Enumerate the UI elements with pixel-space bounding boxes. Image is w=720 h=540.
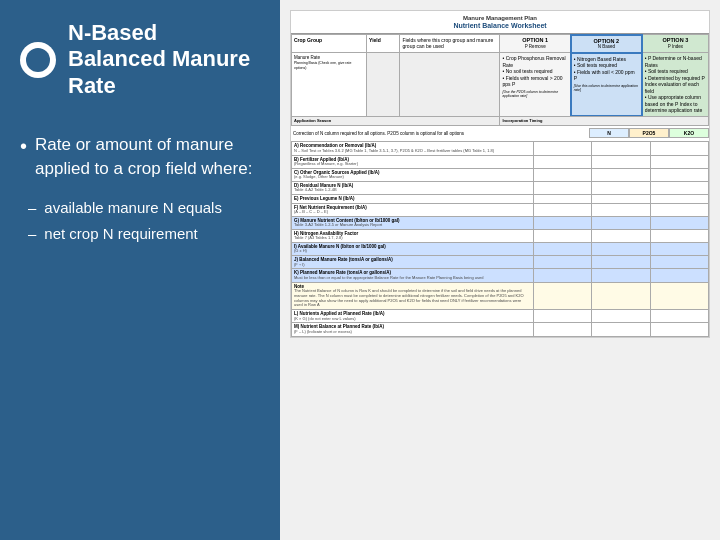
row-label: J) Balanced Manure Rate (tons/A or gallo… xyxy=(292,256,534,269)
n-value xyxy=(533,243,591,256)
option1-bullets: • Crop Phosphorus Removal Rate • No soil… xyxy=(500,53,571,117)
worksheet-top-title: Manure Management Plan xyxy=(293,15,707,22)
k2o-value xyxy=(650,181,708,194)
p2o5-value xyxy=(592,195,650,203)
p2o5-value xyxy=(592,256,650,269)
option1-header: OPTION 1 P Remove xyxy=(500,35,571,53)
opt3-b3: • Determined by required P Index evaluat… xyxy=(645,75,706,95)
k2o-value xyxy=(650,243,708,256)
sub-bullet-1: available manure N equals xyxy=(28,195,260,222)
opt2-note: [Use this column to determine applicatio… xyxy=(574,84,639,93)
n-value xyxy=(533,282,591,310)
p2o5-value xyxy=(592,282,650,310)
option2-label: OPTION 2 xyxy=(574,38,639,45)
k2o-value xyxy=(650,256,708,269)
p2o5-value xyxy=(592,243,650,256)
k2o-col-header: K2O xyxy=(669,128,709,138)
k2o-value xyxy=(650,269,708,282)
panel-header: N-Based Balanced Manure Rate xyxy=(0,0,280,109)
p2o5-value xyxy=(592,155,650,168)
table-row: F) Net Nutrient Requirement (lb/A)(A – B… xyxy=(292,203,709,216)
k2o-value xyxy=(650,216,708,229)
p2o5-value xyxy=(592,229,650,242)
row-label: C) Other Organic Sources Applied (lb/A)(… xyxy=(292,168,534,181)
blank-cell-2 xyxy=(400,53,500,117)
table-row: L) Nutrients Applied at Planned Rate (lb… xyxy=(292,310,709,323)
option1-sub: P Remove xyxy=(502,44,567,49)
left-panel: N-Based Balanced Manure Rate • Rate or a… xyxy=(0,0,280,540)
k2o-value xyxy=(650,323,708,336)
bullet-dot: • xyxy=(20,133,27,181)
table-row: G) Manure Nutrient Content (lb/ton or lb… xyxy=(292,216,709,229)
row-label: E) Previous Legume N (lb/A) xyxy=(292,195,534,203)
incorporation-label: Incorporation Timing xyxy=(500,116,709,126)
bullet-main: • Rate or amount of manure applied to a … xyxy=(20,133,260,181)
n-value xyxy=(533,256,591,269)
correction-row: Correction of N column required for all … xyxy=(291,128,709,138)
n-value xyxy=(533,323,591,336)
p2o5-col-header: P2O5 xyxy=(629,128,669,138)
fields-header: Fields where this crop group and manure … xyxy=(400,35,500,53)
table-row: E) Previous Legume N (lb/A) xyxy=(292,195,709,203)
table-row: C) Other Organic Sources Applied (lb/A)(… xyxy=(292,168,709,181)
p2o5-value xyxy=(592,310,650,323)
option1-label: OPTION 1 xyxy=(502,37,567,44)
table-row: H) Nitrogen Availability FactorTable 7 (… xyxy=(292,229,709,242)
n-value xyxy=(533,203,591,216)
table-row: NoteThe Nutrient Balance of N column is … xyxy=(292,282,709,310)
p2o5-value xyxy=(592,216,650,229)
option3-header: OPTION 3 P Index xyxy=(642,35,709,53)
n-col-header: N xyxy=(589,128,629,138)
n-value xyxy=(533,142,591,155)
option2-sub: N Based xyxy=(574,44,639,49)
blank-cell xyxy=(367,53,400,117)
row-label: K) Planned Manure Rate (tons/A or gallon… xyxy=(292,269,534,282)
n-value xyxy=(533,229,591,242)
manure-rate-text: Manure Rate xyxy=(294,55,364,60)
option2-bullets: • Nitrogen Based Rates • Soil tests requ… xyxy=(571,53,642,117)
opt1-note: [Use the P2O5 column to determine applic… xyxy=(502,90,567,99)
manure-rate-label: Manure Rate Planning Basis (Check one, g… xyxy=(292,53,367,117)
correction-label: Correction of N column required for all … xyxy=(291,130,589,137)
table-row: J) Balanced Manure Rate (tons/A or gallo… xyxy=(292,256,709,269)
nutrient-table: A) Recommendation or Removal (lb/A)N – S… xyxy=(291,141,709,336)
opt1-b1: • Crop Phosphorus Removal Rate xyxy=(502,55,567,68)
bullet-section: • Rate or amount of manure applied to a … xyxy=(20,133,260,248)
row-label: A) Recommendation or Removal (lb/A)N – S… xyxy=(292,142,534,155)
panel-content: • Rate or amount of manure applied to a … xyxy=(0,109,280,540)
sub-bullet-1-text: available manure N equals xyxy=(44,197,222,220)
app-season-label: Application Season xyxy=(292,116,500,126)
circle-icon-inner xyxy=(26,48,50,72)
k2o-value xyxy=(650,310,708,323)
row-label: M) Nutrient Balance at Planned Rate (lb/… xyxy=(292,323,534,336)
panel-title: N-Based Balanced Manure Rate xyxy=(68,20,260,99)
worksheet-header: Manure Management Plan Nutrient Balance … xyxy=(291,11,709,34)
option3-label: OPTION 3 xyxy=(645,37,706,44)
planning-basis-label: Planning Basis (Check one, give rate opt… xyxy=(294,61,364,69)
table-row: M) Nutrient Balance at Planned Rate (lb/… xyxy=(292,323,709,336)
sub-bullet-2-text: net crop N requirement xyxy=(44,223,197,246)
worksheet: Manure Management Plan Nutrient Balance … xyxy=(290,10,710,338)
option2-header: OPTION 2 N Based xyxy=(571,35,642,53)
option3-sub: P Index xyxy=(645,44,706,49)
row-label: B) Fertilizer Applied (lb/A)(Regardless … xyxy=(292,155,534,168)
k2o-value xyxy=(650,195,708,203)
opt2-b3: • Fields with soil < 200 ppm P xyxy=(574,69,639,82)
n-value xyxy=(533,155,591,168)
table-row: K) Planned Manure Rate (tons/A or gallon… xyxy=(292,269,709,282)
table-row: A) Recommendation or Removal (lb/A)N – S… xyxy=(292,142,709,155)
n-value xyxy=(533,195,591,203)
k2o-value xyxy=(650,282,708,310)
row-label: H) Nitrogen Availability FactorTable 7 (… xyxy=(292,229,534,242)
k2o-value xyxy=(650,142,708,155)
k2o-value xyxy=(650,168,708,181)
p2o5-value xyxy=(592,181,650,194)
row-label: G) Manure Nutrient Content (lb/ton or lb… xyxy=(292,216,534,229)
table-row: B) Fertilizer Applied (lb/A)(Regardless … xyxy=(292,155,709,168)
sub-bullets-list: available manure N equals net crop N req… xyxy=(28,195,260,248)
option3-bullets: • P Determine or N-based Rates • Soil te… xyxy=(642,53,709,117)
yield-header: Yield xyxy=(367,35,400,53)
row-label: L) Nutrients Applied at Planned Rate (lb… xyxy=(292,310,534,323)
n-value xyxy=(533,269,591,282)
row-label: NoteThe Nutrient Balance of N column is … xyxy=(292,282,534,310)
